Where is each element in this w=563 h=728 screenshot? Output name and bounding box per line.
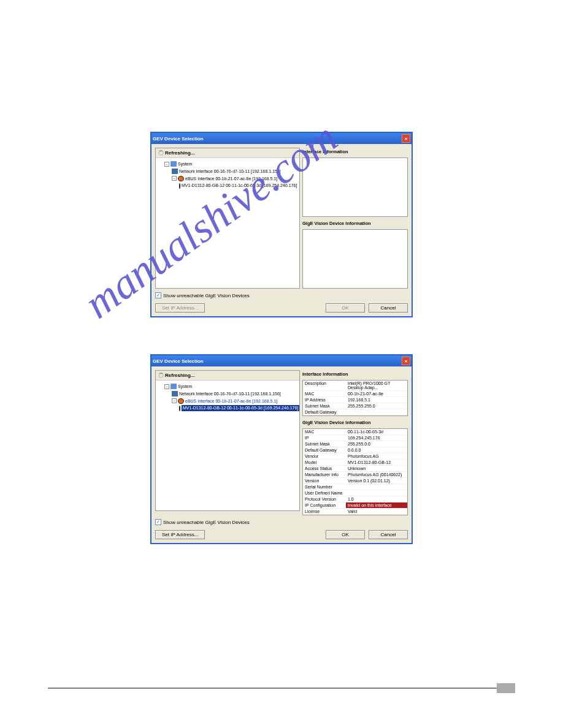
property-row: Default Gateway0.0.0.0 [303,447,407,453]
property-value [346,409,407,415]
nic-icon [172,169,178,174]
property-key: IP [303,435,346,441]
tree-node-camera[interactable]: MV1-D1312-80-GB-12 00-11-1c-00-65-3d [16… [158,182,297,189]
footer-page-block [497,683,515,693]
property-key: Serial Number [303,484,346,490]
collapse-icon[interactable]: - [172,398,177,403]
tree-label: System [178,384,192,390]
ebus-icon [178,398,184,404]
iface-info-title: Interface Information [302,371,408,377]
tree-node-network-if[interactable]: Network Interface 00-16-76-d7-10-11 [192… [158,390,297,398]
property-value: 169.254.245.176 [346,435,407,441]
property-row: Subnet Mask255.255.0.0 [303,441,407,447]
property-row: LicenseValid [303,509,407,515]
property-value: 255.255.0.0 [346,441,407,447]
tree-node-system[interactable]: -System [158,383,297,390]
device-tree-pane[interactable]: Refreshing... -System Network Interface … [155,370,300,511]
titlebar[interactable]: GEV Device Selection × [151,133,412,144]
tree-label: MV1-D1312-80-GB-12 00-11-1c-00-65-3d [16… [182,183,297,189]
collapse-icon[interactable]: - [164,384,169,389]
property-key: MAC [303,391,346,396]
collapse-icon[interactable]: - [164,162,169,167]
tree-label: Network Interface 00-16-76-d7-10-11 [192… [179,391,281,397]
property-key: License [303,509,346,514]
iface-info-title: Interface Information [302,149,408,154]
property-value: Invalid on this interface [346,502,407,508]
cancel-button[interactable]: Cancel [369,530,408,539]
property-key: Subnet Mask [303,403,346,409]
tree-node-ebus-if[interactable]: -eBUS Interface 00-1b-21-07-ac-8e [192.1… [158,398,297,405]
property-value: Photonfocus AG (00140622) [346,472,407,477]
property-key: IP Configuration [303,502,346,508]
property-value: 1.0 [346,496,407,502]
device-info-box [302,229,408,289]
show-unreachable-row[interactable]: ✓ Show unreachable GigE Vision Devices [155,292,408,298]
property-row: Access StatusUnknown [303,466,407,472]
property-value: Version 0.1 (02.01.12) [346,478,407,483]
camera-icon [179,183,180,189]
property-row: Manufacturer InfoPhotonfocus AG (0014062… [303,472,407,478]
property-key: MAC [303,429,346,434]
device-info-title: GigE Vision Device Information [302,420,408,425]
property-value: Unknown [346,466,407,471]
tree-node-camera-selected[interactable]: MV1-D1312-80-GB-12 00-11-1c-00-65-3d [16… [158,404,297,412]
cancel-button[interactable]: Cancel [369,303,408,313]
checkbox-checked-icon[interactable]: ✓ [155,519,161,525]
property-key: IP Address [303,397,346,403]
show-unreachable-label: Show unreachable GigE Vision Devices [163,293,250,298]
refreshing-label: Refreshing... [165,373,194,378]
property-row: MAC00-1b-21-07-ac-8e [303,391,407,397]
close-icon[interactable]: × [402,357,410,365]
refreshing-header: Refreshing... [156,371,299,381]
property-row: VersionVersion 0.1 (02.01.12) [303,478,407,484]
system-icon [170,384,177,389]
property-value: 192.168.5.1 [346,397,407,403]
tree-label: Network Interface 00-16-76-d7-10-11 [192… [179,169,281,175]
property-key: Subnet Mask [303,441,346,447]
property-key: Model [303,460,346,465]
gev-dialog-1: GEV Device Selection × Refreshing... -Sy… [150,132,413,317]
property-key: Protocol Version [303,496,346,502]
titlebar[interactable]: GEV Device Selection × [151,355,412,366]
property-value [346,490,407,496]
property-value: Photonfocus AG [346,453,407,459]
property-row: VendorPhotonfocus AG [303,453,407,460]
property-key: Default Gateway [303,447,346,453]
device-tree-pane[interactable]: Refreshing... -System Network Interface … [155,148,300,289]
show-unreachable-row[interactable]: ✓ Show unreachable GigE Vision Devices [155,519,408,525]
tree-node-network-if[interactable]: Network Interface 00-16-76-d7-10-11 [192… [158,168,297,175]
set-ip-button[interactable]: Set IP Address... [155,303,205,313]
tree-node-system[interactable]: -System [158,161,297,168]
refreshing-header: Refreshing... [156,148,299,158]
property-key: Description [303,381,346,390]
property-key: Version [303,478,346,483]
close-icon[interactable]: × [402,134,410,143]
refreshing-label: Refreshing... [165,150,194,156]
property-key: Vendor [303,453,346,459]
property-row: IP Address192.168.5.1 [303,397,407,403]
ok-button[interactable]: OK [326,303,365,313]
device-tree[interactable]: -System Network Interface 00-16-76-d7-10… [156,381,299,414]
ebus-icon [178,176,184,181]
nic-icon [172,391,178,396]
property-row: MAC00-11-1c-00-65-3d [303,429,407,435]
checkbox-checked-icon[interactable]: ✓ [155,292,161,298]
tree-label: System [178,161,192,167]
gev-dialog-2: GEV Device Selection × Refreshing... -Sy… [150,354,413,544]
tree-label: MV1-D1312-80-GB-12 00-11-1c-00-65-3d [16… [182,405,299,411]
property-value [346,484,407,490]
property-key: Access Status [303,466,346,471]
property-key: Default Gateway [303,409,346,415]
show-unreachable-label: Show unreachable GigE Vision Devices [163,520,250,525]
tree-node-ebus-if[interactable]: -eBUS Interface 00-1b-21-07-ac-8e [192.1… [158,175,297,183]
system-icon [170,161,177,167]
collapse-icon[interactable]: - [172,176,177,181]
footer-rule [48,688,515,689]
device-tree[interactable]: -System Network Interface 00-16-76-d7-10… [156,158,299,192]
spinner-icon [158,373,164,378]
ok-button[interactable]: OK [326,530,365,539]
property-key: User Defined Name [303,490,346,496]
set-ip-button[interactable]: Set IP Address... [155,530,205,539]
tree-label: eBUS Interface 00-1b-21-07-ac-8e [192.16… [185,398,277,404]
property-value: 255.255.255.0 [346,403,407,409]
